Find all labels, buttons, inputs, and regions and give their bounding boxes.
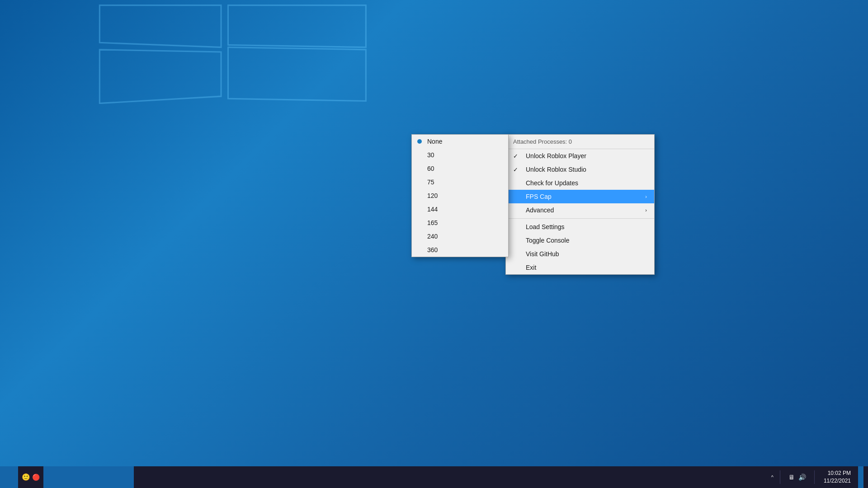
menu-item-toggle-console[interactable]: Toggle Console bbox=[506, 234, 654, 247]
menu-label-unlock-player: Unlock Roblox Player bbox=[526, 152, 647, 160]
fps-item-fps-240[interactable]: 240 bbox=[412, 230, 508, 243]
svg-marker-2 bbox=[99, 50, 221, 103]
menu-label-exit: Exit bbox=[526, 264, 647, 271]
menu-label-toggle-console: Toggle Console bbox=[526, 237, 647, 244]
taskbar-blue-segment bbox=[0, 466, 18, 488]
check-icon-unlock-player: ✓ bbox=[513, 153, 522, 160]
tray-expand-button[interactable]: ^ bbox=[769, 473, 775, 482]
tray-area: 🙂 🔴 bbox=[18, 473, 43, 481]
check-icon-unlock-studio: ✓ bbox=[513, 166, 522, 173]
red-icon: 🔴 bbox=[32, 474, 40, 481]
dot-placeholder-fps-30 bbox=[417, 153, 422, 157]
svg-marker-3 bbox=[228, 47, 366, 101]
fps-item-fps-165[interactable]: 165 bbox=[412, 216, 508, 230]
menu-item-unlock-studio[interactable]: ✓Unlock Roblox Studio bbox=[506, 163, 654, 176]
fps-submenu: None306075120144165240360 bbox=[411, 134, 509, 257]
svg-marker-0 bbox=[99, 5, 221, 47]
menu-header: Attached Processes: 0 bbox=[506, 135, 654, 149]
desktop: None306075120144165240360 Attached Proce… bbox=[0, 0, 868, 488]
dot-placeholder-fps-120 bbox=[417, 193, 422, 198]
clock-date: 11/22/2021 bbox=[824, 477, 851, 485]
fps-item-fps-120[interactable]: 120 bbox=[412, 189, 508, 202]
fps-label-fps-165: 165 bbox=[427, 219, 501, 226]
menu-label-advanced: Advanced bbox=[526, 206, 645, 214]
clock-time: 10:02 PM bbox=[824, 469, 851, 477]
fps-submenu-list: None306075120144165240360 bbox=[412, 135, 508, 257]
menu-item-visit-github[interactable]: Visit GitHub bbox=[506, 247, 654, 261]
menu-label-check-updates: Check for Updates bbox=[526, 179, 647, 187]
menu-items-list: ✓Unlock Roblox Player✓Unlock Roblox Stud… bbox=[506, 149, 654, 274]
menu-item-check-updates[interactable]: Check for Updates bbox=[506, 176, 654, 190]
tray-divider-2 bbox=[814, 470, 815, 484]
tray-icons: 🖥 🔊 bbox=[785, 474, 810, 481]
fps-label-fps-120: 120 bbox=[427, 192, 501, 199]
arrow-icon-advanced: › bbox=[645, 207, 647, 213]
fps-label-fps-240: 240 bbox=[427, 233, 501, 240]
taskbar-clock[interactable]: 10:02 PM 11/22/2021 bbox=[819, 469, 855, 485]
taskbar-blue-bar bbox=[43, 466, 134, 488]
fps-label-fps-75: 75 bbox=[427, 178, 501, 186]
selected-dot-fps-none bbox=[417, 139, 422, 144]
menu-separator bbox=[506, 218, 654, 219]
fps-item-fps-none[interactable]: None bbox=[412, 135, 508, 148]
fps-label-fps-144: 144 bbox=[427, 206, 501, 213]
menu-label-fps-cap: FPS Cap bbox=[526, 193, 645, 200]
dot-placeholder-fps-75 bbox=[417, 180, 422, 184]
menu-label-load-settings: Load Settings bbox=[526, 223, 647, 230]
fps-item-fps-144[interactable]: 144 bbox=[412, 202, 508, 216]
svg-marker-1 bbox=[228, 5, 366, 47]
menu-label-unlock-studio: Unlock Roblox Studio bbox=[526, 166, 647, 173]
system-tray: ^ 🖥 🔊 10:02 PM 11/22/2021 bbox=[769, 466, 863, 488]
menu-label-visit-github: Visit GitHub bbox=[526, 250, 647, 258]
fps-item-fps-360[interactable]: 360 bbox=[412, 243, 508, 257]
volume-icon: 🔊 bbox=[798, 474, 806, 481]
context-menu: Attached Processes: 0 ✓Unlock Roblox Pla… bbox=[505, 134, 655, 275]
tray-divider bbox=[780, 470, 780, 484]
menu-item-fps-cap[interactable]: FPS Cap› bbox=[506, 190, 654, 203]
fps-item-fps-60[interactable]: 60 bbox=[412, 162, 508, 175]
monitor-icon: 🖥 bbox=[788, 474, 795, 481]
dot-placeholder-fps-144 bbox=[417, 207, 422, 211]
fps-label-fps-30: 30 bbox=[427, 151, 501, 159]
fps-label-fps-360: 360 bbox=[427, 246, 501, 253]
menu-item-exit[interactable]: Exit bbox=[506, 261, 654, 274]
menu-item-unlock-player[interactable]: ✓Unlock Roblox Player bbox=[506, 149, 654, 163]
dot-placeholder-fps-60 bbox=[417, 166, 422, 171]
dot-placeholder-fps-240 bbox=[417, 234, 422, 239]
menu-item-advanced[interactable]: Advanced› bbox=[506, 203, 654, 217]
emoji-icon: 🙂 bbox=[22, 473, 30, 481]
dot-placeholder-fps-360 bbox=[417, 248, 422, 252]
windows-logo bbox=[95, 0, 375, 104]
taskbar: 🙂 🔴 ^ 🖥 🔊 10:02 PM 11/22/2021 bbox=[0, 466, 868, 488]
dot-placeholder-fps-165 bbox=[417, 221, 422, 225]
fps-item-fps-75[interactable]: 75 bbox=[412, 175, 508, 189]
arrow-icon-fps-cap: › bbox=[645, 194, 647, 199]
fps-label-fps-60: 60 bbox=[427, 165, 501, 172]
fps-label-fps-none: None bbox=[427, 138, 501, 145]
fps-item-fps-30[interactable]: 30 bbox=[412, 148, 508, 162]
taskbar-end-segment bbox=[858, 466, 863, 488]
menu-item-load-settings[interactable]: Load Settings bbox=[506, 220, 654, 234]
